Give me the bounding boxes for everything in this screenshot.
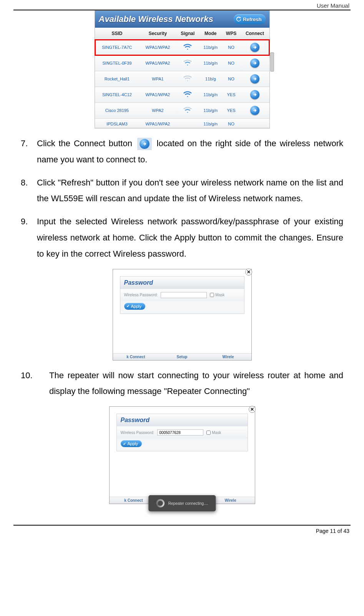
cell-mode: 11b/g/n: [199, 55, 222, 71]
cell-ssid: SINGTEL-4C12: [95, 87, 140, 103]
connect-button[interactable]: [250, 43, 259, 52]
mask-checkbox-label[interactable]: Mask: [210, 293, 224, 297]
cell-mode: 11b/g/n: [199, 87, 222, 103]
table-row: IPDSLAM3 WPA1/WPA2 11b/g/n NO: [95, 119, 269, 128]
connect-button[interactable]: [250, 106, 259, 115]
close-button[interactable]: ✕: [245, 269, 252, 275]
step-number: 10.: [21, 367, 49, 400]
page-footer: Page 11 of 43: [316, 528, 349, 534]
cell-connect: [240, 55, 269, 71]
cell-security: WPA1/WPA2: [139, 119, 176, 128]
step-8: 8. Click "Refresh" button if you don't s…: [21, 175, 343, 207]
bottom-rule: [13, 525, 351, 526]
wireless-password-input[interactable]: [157, 429, 203, 436]
password-dialog-2: ✕ Password Wireless Password: Mask Apply…: [109, 406, 255, 504]
cell-signal: [176, 103, 199, 119]
col-security: Security: [139, 28, 176, 40]
step-8-text: Click "Refresh" button if you don't see …: [37, 175, 343, 207]
cell-wps: YES: [222, 87, 240, 103]
col-mode: Mode: [199, 28, 222, 40]
tab-connect: k Connect: [113, 354, 159, 360]
step-9-text: Input the selected Wireless network pass…: [37, 214, 343, 262]
mask-checkbox-label[interactable]: Mask: [206, 431, 221, 435]
tab-setup: Setup: [159, 354, 205, 360]
cell-mode: 11b/g/n: [199, 103, 222, 119]
col-ssid: SSID: [95, 28, 140, 40]
cell-signal: [176, 40, 199, 55]
connect-button[interactable]: [250, 58, 259, 68]
table-row: SINGTEL-7A7C WPA1/WPA2 11b/g/n NO: [95, 40, 269, 55]
wifi-signal-icon: [183, 59, 192, 66]
step-number: 9.: [21, 214, 37, 262]
cell-connect: [240, 103, 269, 119]
wireless-password-input[interactable]: [161, 292, 207, 298]
col-signal: Signal: [176, 28, 199, 40]
col-connect: Connect: [240, 28, 269, 40]
spinner-icon: [156, 499, 165, 507]
cell-mode: 11b/g: [199, 71, 222, 87]
table-row: SINGTEL-0F39 WPA1/WPA2 11b/g/n NO: [95, 55, 269, 71]
cell-ssid: SINGTEL-0F39: [95, 55, 140, 71]
close-button[interactable]: ✕: [249, 406, 256, 413]
bottom-tabs: k Connect Setup Wirele: [113, 353, 251, 360]
step-10-text: The repeater will now start connecting t…: [49, 367, 343, 400]
mask-checkbox[interactable]: [206, 431, 211, 435]
cell-ssid: IPDSLAM3: [95, 119, 140, 128]
cell-security: WPA1/WPA2: [139, 87, 176, 103]
cell-signal: [176, 119, 199, 128]
cell-wps: YES: [222, 103, 240, 119]
cell-mode: 11b/g/n: [199, 119, 222, 128]
available-networks-panel: Available Wireless Networks Refresh SSID…: [95, 10, 270, 129]
connect-button[interactable]: [250, 74, 259, 83]
wifi-signal-icon: [183, 107, 192, 114]
cell-ssid: Rocket_Hall1: [95, 71, 140, 87]
step-10: 10. The repeater will now start connecti…: [21, 367, 343, 400]
table-header-row: SSID Security Signal Mode WPS Connect: [95, 28, 269, 40]
step-number: 8.: [21, 175, 37, 207]
networks-table: SSID Security Signal Mode WPS Connect SI…: [95, 28, 269, 128]
cell-connect: [240, 40, 269, 55]
tab-wireless: Wirele: [205, 354, 251, 360]
cell-signal: [176, 55, 199, 71]
refresh-label: Refresh: [243, 17, 261, 22]
password-heading: Password: [117, 414, 248, 426]
cell-connect: [240, 87, 269, 103]
connecting-toast: Repeater connecting....: [148, 495, 216, 511]
arrow-right-icon: [140, 139, 150, 149]
table-row: Rocket_Hall1 WPA1 11b/g NO: [95, 71, 269, 87]
connect-button[interactable]: [250, 90, 259, 99]
cell-security: WPA2: [139, 103, 176, 119]
networks-title: Available Wireless Networks: [99, 14, 213, 24]
cell-connect: [240, 71, 269, 87]
cell-security: WPA1/WPA2: [139, 40, 176, 55]
networks-titlebar: Available Wireless Networks Refresh: [95, 11, 269, 28]
cell-signal: [176, 87, 199, 103]
cell-ssid: Cisco 28195: [95, 103, 140, 119]
apply-button[interactable]: Apply: [121, 440, 142, 447]
password-heading: Password: [120, 277, 244, 289]
wifi-signal-icon: [183, 75, 192, 82]
doc-header: User Manual: [0, 0, 364, 10]
apply-button[interactable]: Apply: [124, 303, 146, 310]
cell-wps: NO: [222, 55, 240, 71]
cell-signal: [176, 71, 199, 87]
refresh-icon: [236, 17, 241, 22]
cell-wps: NO: [222, 119, 240, 128]
cell-wps: NO: [222, 71, 240, 87]
wifi-signal-icon: [183, 120, 192, 127]
mask-checkbox[interactable]: [210, 293, 214, 297]
table-row: SINGTEL-4C12 WPA1/WPA2 11b/g/n YES: [95, 87, 269, 103]
cell-ssid: SINGTEL-7A7C: [95, 40, 140, 55]
password-dialog-1: ✕ Password Wireless Password: Mask Apply…: [113, 269, 252, 361]
wifi-signal-icon: [183, 91, 192, 98]
step-7-text-before: Click the Connect button: [37, 139, 136, 148]
cell-mode: 11b/g/n: [199, 40, 222, 55]
wireless-password-label: Wireless Password:: [121, 431, 155, 435]
step-7: 7. Click the Connect button located on t…: [21, 135, 343, 168]
refresh-button[interactable]: Refresh: [234, 14, 265, 24]
cell-connect: [240, 119, 269, 128]
col-wps: WPS: [222, 28, 240, 40]
cell-wps: NO: [222, 40, 240, 55]
table-row: Cisco 28195 WPA2 11b/g/n YES: [95, 103, 269, 119]
inline-connect-icon: [137, 138, 152, 150]
